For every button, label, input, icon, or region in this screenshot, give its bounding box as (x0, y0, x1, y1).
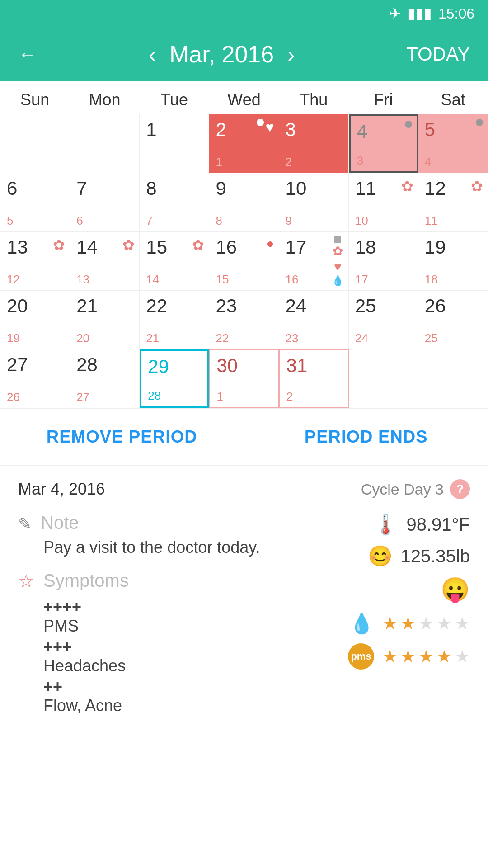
temperature-value: 98.91°F (406, 514, 470, 535)
weight-value: 125.35lb (401, 546, 470, 566)
cycle-day-help-icon[interactable]: ? (450, 479, 470, 499)
prev-month-button[interactable]: ‹ (149, 42, 156, 67)
drop-icon: 💧 (332, 275, 344, 287)
calendar-cell-mar3[interactable]: 3 2 (279, 114, 349, 173)
calendar-cell-empty-4 (418, 349, 488, 408)
pms-star-1: ★ (382, 646, 398, 666)
flower-icon-2: ✿ (471, 178, 483, 195)
symptom-name-headaches: Headaches (43, 656, 312, 675)
symptom-acne: ++ Flow, Acne (43, 677, 312, 715)
airplane-icon: ✈ (389, 5, 401, 22)
flow-stars: ★ ★ ★ ★ ★ (382, 613, 470, 633)
month-nav: ‹ Mar, 2016 › (149, 41, 295, 68)
time-display: 15:06 (438, 5, 474, 22)
detail-right: 🌡️ 98.91°F 😊 125.35lb 😛 💧 ★ ★ ★ ★ (312, 513, 470, 670)
day-header-thu: Thu (279, 81, 348, 114)
pms-metric: pms ★ ★ ★ ★ ★ (348, 643, 470, 670)
dot-icon-2 (405, 121, 412, 128)
calendar-cell-mar23[interactable]: 23 22 (209, 291, 279, 349)
pencil-icon: ✎ (18, 514, 32, 533)
temperature-metric: 🌡️ 98.91°F (373, 513, 470, 536)
pms-star-3: ★ (418, 646, 434, 666)
calendar-cell-mar9[interactable]: 9 8 (209, 173, 279, 232)
calendar-cell-empty-3 (349, 349, 418, 408)
calendar-cell-mar13[interactable]: ✿ 13 12 (0, 232, 70, 291)
calendar-cell-mar28[interactable]: 28 27 (70, 349, 140, 408)
calendar-cell-mar6[interactable]: 6 5 (0, 173, 70, 232)
symptom-pms: ++++ PMS (43, 598, 312, 636)
flower-icon-5: ✿ (192, 236, 204, 254)
star-icon: ☆ (18, 571, 34, 591)
calendar-cell-mar17[interactable]: ✿ ♥ 💧 17 16 (279, 232, 349, 291)
next-month-button[interactable]: › (287, 42, 295, 67)
calendar-cell-empty-1[interactable] (0, 114, 70, 173)
pms-star-5-empty: ★ (455, 646, 470, 666)
remove-period-button[interactable]: REMOVE PERIOD (0, 409, 244, 465)
detail-section: Mar 4, 2016 Cycle Day 3 ? ✎ Note Pay a v… (0, 466, 488, 740)
detail-date-row: Mar 4, 2016 Cycle Day 3 ? (18, 479, 470, 499)
calendar-cell-mar8[interactable]: 8 7 (140, 173, 209, 232)
day-header-sat: Sat (418, 81, 488, 114)
symptom-name-acne: Flow, Acne (43, 696, 312, 715)
calendar-cell-mar18[interactable]: 18 17 (349, 232, 418, 291)
day-headers: Sun Mon Tue Wed Thu Fri Sat (0, 81, 488, 114)
calendar-cell-mar24[interactable]: 24 23 (279, 291, 349, 349)
flow-drop-icon: 💧 (349, 612, 374, 635)
flower-icon: ✿ (401, 178, 413, 195)
calendar-cell-mar30[interactable]: 30 1 (209, 349, 279, 408)
pms-badge-icon: pms (348, 643, 374, 670)
calendar-cell-mar4[interactable]: 4 3 (349, 114, 418, 173)
calendar-cell-mar5[interactable]: 5 4 (418, 114, 488, 173)
calendar-cell-mar31[interactable]: 31 2 (279, 349, 349, 408)
heart-icon-2: ♥ (334, 259, 342, 274)
calendar-cell-empty-2[interactable] (70, 114, 140, 173)
symptom-list: ++++ PMS +++ Headaches ++ Flow, Acne (43, 598, 312, 715)
calendar-cell-mar1[interactable]: 1 (140, 114, 209, 173)
day-header-wed: Wed (209, 81, 279, 114)
calendar-cell-mar19[interactable]: 19 18 (418, 232, 488, 291)
calendar-cell-mar14[interactable]: ✿ 14 13 (70, 232, 140, 291)
calendar-cell-mar22[interactable]: 22 21 (140, 291, 209, 349)
star-5-empty: ★ (455, 613, 470, 633)
detail-date: Mar 4, 2016 (18, 480, 105, 499)
calendar-cell-mar29[interactable]: 29 28 (140, 349, 209, 408)
calendar-cell-mar12[interactable]: ✿ 12 11 (418, 173, 488, 232)
period-ends-button[interactable]: PERIOD ENDS (244, 409, 488, 465)
month-title: Mar, 2016 (169, 41, 274, 68)
calendar-cell-mar27[interactable]: 27 26 (0, 349, 70, 408)
dot-icon-3 (476, 119, 483, 126)
today-button[interactable]: TODAY (406, 43, 470, 65)
pms-stars: ★ ★ ★ ★ ★ (382, 646, 470, 666)
detail-content-row: ✎ Note Pay a visit to the doctor today. … (18, 513, 470, 717)
note-row: ✎ Note (18, 513, 312, 533)
thermometer-icon: 🌡️ (373, 513, 398, 536)
calendar-cell-mar11[interactable]: ✿ 11 10 (349, 173, 418, 232)
star-2: ★ (400, 613, 416, 633)
dot-icon-4 (334, 236, 341, 243)
mood-emoji-icon: 😛 (441, 576, 470, 604)
calendar-cell-mar10[interactable]: 10 9 (279, 173, 349, 232)
flower-icon-3: ✿ (53, 236, 65, 254)
symptom-plus-1: ++++ (43, 598, 312, 617)
back-button[interactable]: ← (18, 43, 37, 65)
calendar-cell-mar2[interactable]: ♥ 2 1 (209, 114, 279, 173)
pms-star-4: ★ (436, 646, 452, 666)
calendar-cell-mar20[interactable]: 20 19 (0, 291, 70, 349)
day-header-tue: Tue (140, 81, 209, 114)
star-4-empty: ★ (436, 613, 452, 633)
cycle-day-text: Cycle Day 3 (361, 481, 444, 498)
symptom-row: ☆ Symptoms (18, 571, 312, 591)
calendar-cell-mar26[interactable]: 26 25 (418, 291, 488, 349)
calendar-grid: 1 ♥ 2 1 3 2 4 3 5 4 6 5 7 6 8 7 (0, 114, 488, 408)
symptom-headaches: +++ Headaches (43, 637, 312, 675)
symptom-name-pms: PMS (43, 617, 312, 636)
calendar-cell-mar15[interactable]: ✿ 15 14 (140, 232, 209, 291)
calendar-cell-mar21[interactable]: 21 20 (70, 291, 140, 349)
note-text: Pay a visit to the doctor today. (43, 538, 312, 557)
heart-icon: ♥ (266, 119, 274, 136)
calendar-cell-mar25[interactable]: 25 24 (349, 291, 418, 349)
scale-icon: 😊 (368, 544, 393, 568)
symptom-plus-3: ++ (43, 677, 312, 696)
calendar-cell-mar7[interactable]: 7 6 (70, 173, 140, 232)
calendar-cell-mar16[interactable]: ● 16 15 (209, 232, 279, 291)
